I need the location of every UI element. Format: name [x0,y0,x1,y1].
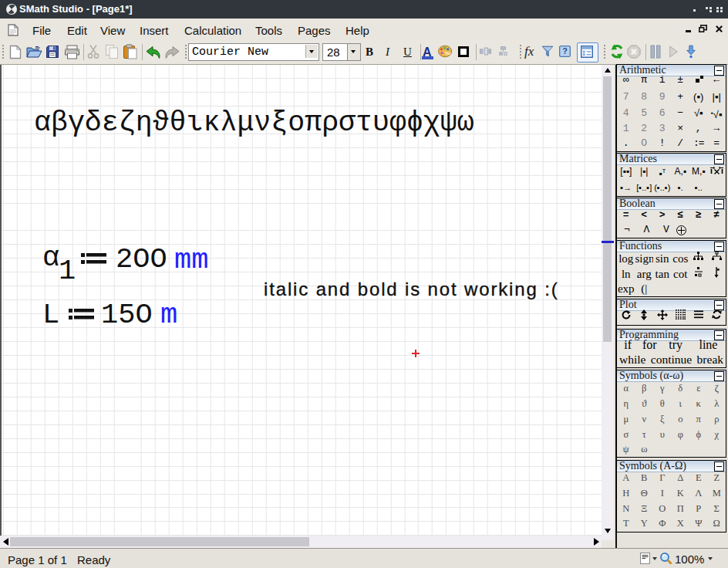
svg-text:?: ? [562,46,568,56]
